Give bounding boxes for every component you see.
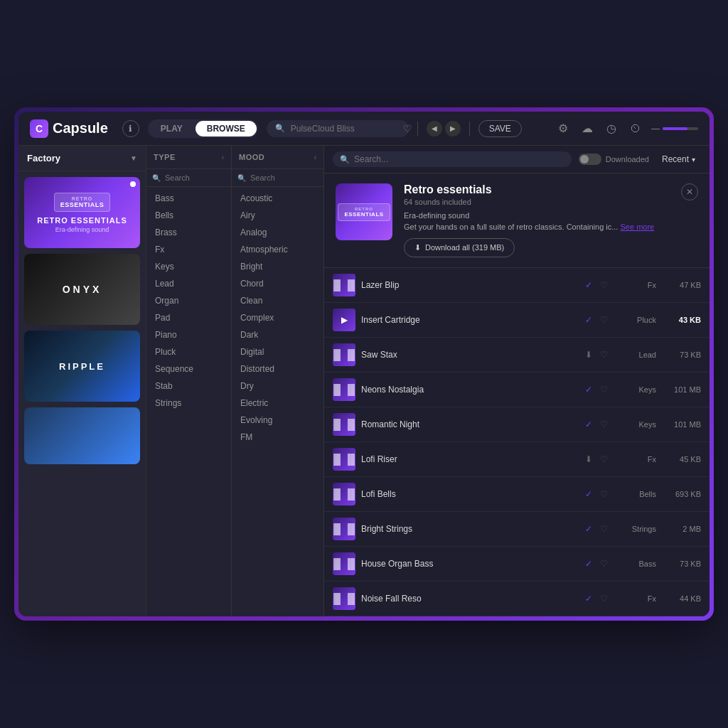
nav-arrows: ◀ ▶ [427, 121, 461, 136]
sound-heart-icon[interactable]: ♡ [600, 315, 608, 325]
sound-name: Bright Strings [361, 524, 577, 534]
preset-card-ripple[interactable]: RIPPLE [24, 331, 140, 402]
mood-filter-item[interactable]: Acoustic [232, 190, 323, 207]
mood-search-input[interactable] [250, 173, 318, 182]
divider [417, 122, 418, 136]
tab-play[interactable]: PLAY [149, 121, 194, 136]
active-indicator [130, 181, 136, 187]
save-button[interactable]: SAVE [478, 120, 522, 137]
panel-search-input[interactable] [354, 154, 564, 164]
recent-btn[interactable]: Recent ▾ [656, 151, 701, 167]
see-more-link[interactable]: See more [621, 223, 655, 231]
pack-detail: RETRO ESSENTIALS Retro essentials 64 sou… [324, 173, 710, 268]
mood-filter-item[interactable]: Evolving [232, 412, 323, 429]
sound-heart-icon[interactable]: ♡ [600, 524, 608, 534]
settings-icon[interactable]: ⚙ [555, 120, 572, 137]
sound-heart-icon[interactable]: ♡ [600, 385, 608, 395]
mood-filter-item[interactable]: Chord [232, 275, 323, 292]
type-filter-item[interactable]: Sequence [146, 360, 231, 378]
sound-row[interactable]: ▐▌▐▌ Noise Fall Reso ✓ ♡ Fx 44 KB [324, 582, 710, 616]
next-arrow[interactable]: ▶ [445, 121, 461, 136]
sound-thumbnail: ▐▌▐▌ [333, 518, 355, 540]
sound-row[interactable]: ▐▌▐▌ Lazer Blip ✓ ♡ Fx 47 KB [324, 268, 710, 303]
timer-icon[interactable]: ◷ [603, 120, 620, 137]
panel-search-bar: 🔍 [333, 151, 572, 167]
info-icon[interactable]: ℹ [122, 120, 139, 137]
tab-browse[interactable]: BROWSE [196, 121, 257, 136]
type-column: TYPE ‹ 🔍 BassBellsBrassFxKeysLeadOrganPa… [146, 146, 232, 616]
mood-filter-list: AcousticAiryAnalogAtmosphericBrightChord… [232, 187, 323, 616]
type-filter-item[interactable]: Bass [146, 190, 231, 207]
type-filter-item[interactable]: Pluck [146, 343, 231, 360]
mood-filter-item[interactable]: Clean [232, 292, 323, 309]
sound-heart-icon[interactable]: ♡ [600, 594, 608, 604]
mood-col-collapse[interactable]: ‹ [314, 154, 316, 161]
type-col-header: TYPE ‹ [146, 146, 231, 169]
downloaded-toggle[interactable]: Downloaded [579, 154, 649, 165]
type-filter-item[interactable]: Lead [146, 275, 231, 292]
metronome-icon[interactable]: ⏲ [627, 120, 644, 137]
sound-row[interactable]: ▐▌▐▌ Bright Strings ✓ ♡ Strings 2 MB [324, 512, 710, 547]
type-filter-item[interactable]: Strings [146, 395, 231, 412]
type-filter-item[interactable]: Stab [146, 378, 231, 395]
mood-filter-item[interactable]: Bright [232, 258, 323, 275]
sound-row[interactable]: ▐▌▐▌ Neons Nostalgia ✓ ♡ Keys 101 MB [324, 373, 710, 407]
sound-row[interactable]: ▐▌▐▌ House Organ Bass ✓ ♡ Bass 73 KB [324, 547, 710, 582]
pack-title: Retro essentials [404, 183, 670, 196]
factory-dropdown-arrow[interactable]: ▼ [130, 154, 137, 162]
search-icon: 🔍 [275, 124, 285, 133]
sound-heart-icon[interactable]: ♡ [600, 350, 608, 360]
mood-filter-item[interactable]: Analog [232, 224, 323, 241]
sound-row[interactable]: ▐▌▐▌ Lofi Riser ⬇ ♡ Fx 45 KB [324, 442, 710, 477]
type-filter-item[interactable]: Fx [146, 241, 231, 258]
sound-name: Lofi Bells [361, 489, 577, 499]
mood-filter-item[interactable]: Atmospheric [232, 241, 323, 258]
downloaded-label: Downloaded [606, 155, 649, 164]
waveform-icon: ▐▌▐▌ [330, 419, 358, 430]
sound-row[interactable]: ▶ Insert Cartridge ✓ ♡ Pluck 43 KB [324, 303, 710, 338]
cloud-icon[interactable]: ☁ [579, 120, 596, 137]
sound-thumbnail: ▐▌▐▌ [333, 378, 355, 401]
mood-filter-item[interactable]: Complex [232, 309, 323, 326]
preset-cards: RETRO ESSENTIALS RETRO ESSENTIALS Era-de… [18, 171, 146, 616]
mood-filter-item[interactable]: Digital [232, 343, 323, 360]
panel-search-icon: 🔍 [340, 155, 350, 164]
type-filter-item[interactable]: Brass [146, 224, 231, 241]
type-search-input[interactable] [165, 173, 225, 182]
waveform-icon: ▐▌▐▌ [330, 279, 358, 291]
sound-row[interactable]: ▐▌▐▌ Romantic Night ✓ ♡ Keys 101 MB [324, 407, 710, 442]
sound-heart-icon[interactable]: ♡ [600, 280, 608, 290]
mood-filter-item[interactable]: Airy [232, 207, 323, 224]
mood-filter-item[interactable]: FM [232, 429, 323, 446]
top-search-input[interactable] [291, 124, 397, 134]
type-filter-item[interactable]: Bells [146, 207, 231, 224]
sound-row[interactable]: ▐▌▐▌ Lofi Bells ✓ ♡ Bells 693 KB [324, 477, 710, 512]
type-filter-item[interactable]: Pad [146, 309, 231, 326]
mood-filter-item[interactable]: Distorted [232, 360, 323, 378]
type-filter-item[interactable]: Keys [146, 258, 231, 275]
preset-card-blue[interactable] [24, 407, 140, 464]
sound-heart-icon[interactable]: ♡ [600, 454, 608, 464]
sound-heart-icon[interactable]: ♡ [600, 559, 608, 569]
mood-filter-item[interactable]: Dry [232, 378, 323, 395]
mood-filter-item[interactable]: Dark [232, 326, 323, 343]
heart-icon[interactable]: ♡ [403, 123, 412, 134]
pack-cover-label: RETRO ESSENTIALS [338, 203, 390, 221]
volume-bar[interactable] [663, 127, 698, 130]
type-filter-item[interactable]: Piano [146, 326, 231, 343]
mood-filter-item[interactable]: Electric [232, 395, 323, 412]
download-all-button[interactable]: ⬇ Download all (319 MB) [404, 238, 515, 257]
waveform-icon: ▐▌▐▌ [330, 349, 358, 360]
ripple-title: RIPPLE [59, 361, 105, 372]
volume-slider: — [651, 124, 698, 134]
type-col-collapse[interactable]: ‹ [222, 154, 224, 161]
type-filter-item[interactable]: Organ [146, 292, 231, 309]
sound-heart-icon[interactable]: ♡ [600, 489, 608, 499]
waveform-icon: ▐▌▐▌ [330, 523, 358, 535]
sound-heart-icon[interactable]: ♡ [600, 419, 608, 429]
sound-row[interactable]: ▐▌▐▌ Saw Stax ⬇ ♡ Lead 73 KB [324, 338, 710, 373]
preset-card-onyx[interactable]: ONYX [24, 254, 140, 325]
preset-card-retro[interactable]: RETRO ESSENTIALS RETRO ESSENTIALS Era-de… [24, 177, 140, 248]
prev-arrow[interactable]: ◀ [427, 121, 442, 136]
pack-close-button[interactable]: ✕ [681, 183, 698, 200]
